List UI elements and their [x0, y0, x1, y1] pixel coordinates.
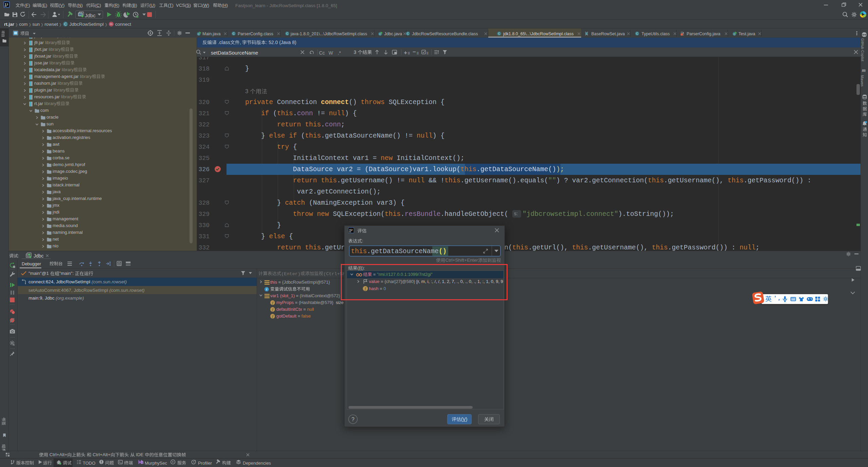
svg-text:J: J [683, 32, 684, 34]
svg-text:C: C [636, 32, 638, 35]
svg-text:C: C [586, 33, 587, 35]
svg-text:C: C [64, 22, 67, 26]
svg-text:IJ: IJ [349, 228, 353, 231]
svg-text:?: ? [352, 417, 355, 422]
svg-text:C: C [286, 32, 288, 35]
svg-text:C: C [407, 32, 409, 35]
svg-text:C: C [233, 32, 235, 35]
svg-text:i: i [266, 287, 267, 291]
svg-text:C: C [498, 32, 500, 35]
svg-text:IJ: IJ [5, 3, 8, 6]
svg-text:m: m [110, 22, 113, 26]
